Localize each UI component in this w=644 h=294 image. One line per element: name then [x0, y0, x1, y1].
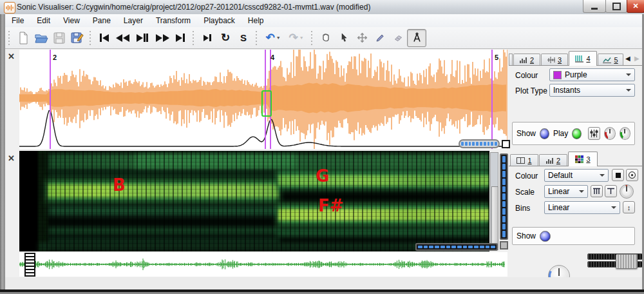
show-toggle-led-2[interactable]: [540, 231, 551, 242]
menu-pane[interactable]: Pane: [86, 15, 117, 26]
tab-layer-3[interactable]: 3: [541, 54, 568, 66]
save-as-button[interactable]: [68, 30, 86, 46]
panes-icon: [516, 157, 525, 164]
playback-meter[interactable]: [459, 139, 500, 148]
bin-range-button[interactable]: ↕: [623, 201, 635, 213]
navigate-tool-button[interactable]: [317, 30, 335, 46]
note-annotations-layer: BGF#: [19, 151, 489, 251]
pane1-reset-button[interactable]: [502, 140, 510, 148]
select-tool-button[interactable]: [335, 30, 353, 46]
toolbar-grip[interactable]: [256, 31, 257, 45]
restore-icon: [612, 3, 621, 10]
bins-dropdown[interactable]: Linear: [544, 201, 620, 214]
divider: [5, 48, 642, 49]
layer-playback-box: Show Play: [512, 122, 635, 145]
toolbar-grip[interactable]: [311, 31, 312, 45]
scale-value: Linear: [548, 187, 569, 196]
colour-dropdown[interactable]: Purple: [549, 68, 635, 81]
undo-button[interactable]: ↶▼: [261, 30, 285, 46]
tab-clipped[interactable]: [509, 54, 513, 66]
colour-dropdown-2[interactable]: Default: [544, 169, 609, 182]
menu-layer[interactable]: Layer: [117, 15, 149, 26]
close-button[interactable]: ✕: [627, 0, 644, 13]
tab-scroll-left-icon[interactable]: ◀: [625, 55, 630, 62]
erase-tool-button[interactable]: [389, 30, 407, 46]
pane2-close-button[interactable]: ✕: [6, 153, 16, 163]
open-file-button[interactable]: [32, 30, 50, 46]
move-tool-button[interactable]: [353, 30, 371, 46]
selection-highlight[interactable]: [261, 90, 272, 117]
menu-bar: File Edit View Pane Layer Transform Play…: [5, 14, 642, 28]
fader-handle[interactable]: [616, 254, 638, 269]
play-selection-button[interactable]: [198, 30, 216, 46]
black-background-button[interactable]: [612, 169, 624, 181]
gain-knob[interactable]: [620, 127, 630, 140]
menu-help[interactable]: Help: [242, 15, 270, 26]
circle-dot-icon: [629, 172, 636, 179]
pan-knob[interactable]: [604, 127, 615, 140]
skip-to-end-button[interactable]: [171, 30, 189, 46]
tab-layer2-1[interactable]: 1: [510, 154, 538, 166]
spectrogram-progress-meter[interactable]: [415, 243, 498, 251]
invert-colour-button[interactable]: [626, 169, 638, 181]
normalize-visible-button[interactable]: [605, 185, 617, 197]
show-toggle-led[interactable]: [540, 128, 549, 139]
view-position-marker[interactable]: [24, 253, 35, 277]
spectrogram-pane[interactable]: BGF#: [19, 151, 489, 251]
plot-type-dropdown[interactable]: Instants: [549, 84, 635, 97]
tab-layer-5[interactable]: 5: [598, 54, 623, 66]
tab-layer-2[interactable]: 2: [513, 54, 540, 66]
loop-playback-button[interactable]: ↻: [216, 30, 234, 46]
save-button[interactable]: [50, 30, 68, 46]
waveform-pane[interactable]: 245: [19, 50, 507, 149]
instant-marker-line[interactable]: [50, 50, 51, 149]
title-bar[interactable]: Sonic Visualiser: C:/cygwin/home/craig/p…: [0, 0, 644, 15]
draw-tool-button[interactable]: [371, 30, 389, 46]
toolbar-grip[interactable]: [8, 31, 10, 45]
normalize-columns-button[interactable]: [591, 185, 603, 197]
overview-pane[interactable]: [19, 252, 507, 277]
tab-layer-4-selected[interactable]: 4: [569, 51, 597, 66]
tab-scroll-right-icon[interactable]: ▶: [634, 55, 639, 62]
cursor-icon: [339, 32, 350, 43]
tab-label: 3: [586, 155, 590, 163]
volume-fader[interactable]: [587, 253, 643, 269]
colour-label: Colour: [515, 71, 538, 80]
maximize-button[interactable]: [605, 0, 627, 13]
spectrogram-scrollbar[interactable]: [490, 152, 498, 250]
fast-forward-button[interactable]: [153, 30, 171, 46]
scale-dropdown[interactable]: Linear: [544, 185, 588, 198]
playback-parameters-button[interactable]: [588, 127, 600, 140]
play-pause-button[interactable]: [131, 30, 153, 46]
skip-to-start-button[interactable]: [95, 30, 113, 46]
menu-transform[interactable]: Transform: [149, 15, 197, 26]
minimize-button[interactable]: [583, 0, 606, 13]
frequency-meter[interactable]: [500, 153, 508, 240]
window-title: Sonic Visualiser: C:/cygwin/home/craig/p…: [17, 3, 370, 12]
chevron-down-icon: [626, 74, 631, 79]
instant-marker-label: 5: [495, 54, 498, 61]
colour-rotation-knob[interactable]: [620, 184, 634, 199]
instant-marker-line[interactable]: [491, 50, 493, 149]
toolbar-grip[interactable]: [193, 31, 194, 45]
toolbar: ↻ S ↶▼ ↷▼: [5, 27, 642, 49]
normalize-visible-icon: [607, 188, 615, 195]
new-file-button[interactable]: [14, 30, 32, 46]
redo-button[interactable]: ↷▼: [285, 30, 308, 46]
menu-edit[interactable]: Edit: [30, 15, 57, 26]
measure-tool-button[interactable]: [407, 29, 426, 47]
pane2-reset-button[interactable]: [500, 241, 508, 250]
hand-icon: [321, 32, 332, 43]
tab-layer2-2[interactable]: 2: [539, 154, 567, 166]
tab-layer2-3-selected[interactable]: 3: [568, 152, 598, 166]
solo-button[interactable]: S: [234, 30, 252, 46]
open-file-icon: [35, 32, 48, 44]
play-toggle-led[interactable]: [572, 128, 582, 139]
menu-view[interactable]: View: [57, 15, 86, 26]
menu-file[interactable]: File: [5, 15, 30, 26]
scrollbar-thumb[interactable]: [491, 186, 498, 248]
rewind-button[interactable]: [113, 30, 131, 46]
toolbar-grip[interactable]: [90, 31, 91, 45]
pane1-close-button[interactable]: ✕: [6, 52, 16, 61]
menu-playback[interactable]: Playback: [197, 15, 242, 26]
